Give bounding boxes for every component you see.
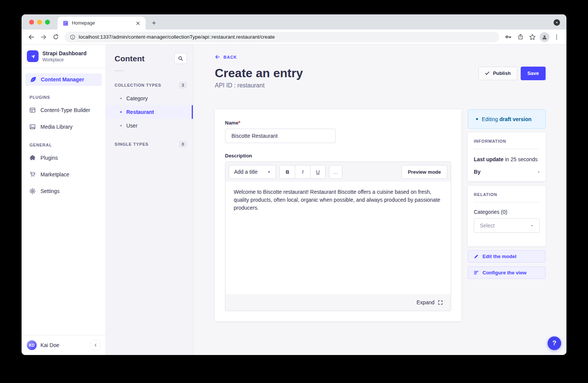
panel-divider [474,202,540,202]
bullet-icon [120,98,122,99]
collection-types-header: COLLECTION TYPES 3 [106,82,193,89]
expand-button[interactable]: Expand [417,299,443,305]
sidebar-item-marketplace[interactable]: Marketplace [22,166,105,183]
categories-select[interactable]: Select [474,218,540,233]
categories-select-placeholder: Select [480,223,495,229]
italic-button[interactable]: I [295,165,310,178]
publish-button[interactable]: Publish [478,67,517,80]
key-icon[interactable] [503,32,514,42]
share-icon[interactable] [515,32,526,42]
relation-title: RELATION [474,192,540,197]
plugins-section-label: PLUGINS [22,95,105,100]
search-button[interactable] [174,53,187,64]
general-section: GENERAL Plugins Marketplace [22,143,105,199]
bookmark-star-icon[interactable] [527,32,538,42]
brand-text: Strapi Dashboard Workplace [42,50,87,62]
sidebar-item-settings[interactable]: Settings [22,183,105,199]
single-types-label: SINGLE TYPES [115,142,149,146]
collection-types-label: COLLECTION TYPES [115,83,161,87]
sidebar-item-label: Settings [40,188,60,194]
bold-button[interactable]: B [280,165,295,178]
sidebar-user-row: KD Kai Doe [22,335,105,355]
single-types-header: SINGLE TYPES 0 [106,141,193,148]
preview-mode-button[interactable]: Preview mode [402,165,447,179]
back-label: BACK [223,55,237,59]
toolbar-right-icons [502,32,563,42]
sidebar-item-plugins[interactable]: Plugins [22,149,105,166]
collection-types-count-badge: 3 [179,82,187,89]
rich-text-editor: Add a title B I U ... Preview mode We [225,162,451,311]
draft-status-banner: Editing draft version [468,109,546,129]
profile-avatar-icon[interactable] [539,32,550,42]
browser-window: Homepage ✕ + ▾ localhost:1337/admin/cont… [22,14,566,355]
info-icon[interactable] [70,34,75,40]
reload-icon[interactable] [50,32,61,42]
entry-form-panel: Name* Description Add a title B I [215,109,461,321]
subnav-item-label: Category [126,95,148,101]
workspace-brand[interactable]: Strapi Dashboard Workplace [22,45,105,68]
close-tab-icon[interactable]: ✕ [134,20,142,26]
edit-icon [30,76,36,83]
close-window-button[interactable] [29,20,34,25]
subnav-item-category[interactable]: Category [106,92,193,105]
subnav-item-restaurant[interactable]: Restaurant [106,105,193,119]
save-button[interactable]: Save [521,67,546,80]
by-row: By - [474,169,540,175]
status-dot-icon [476,118,478,120]
forward-icon[interactable] [38,32,49,42]
browser-profile-icon[interactable]: ▾ [554,19,560,26]
title-style-select[interactable]: Add a title [229,165,276,179]
new-tab-button[interactable]: + [149,18,159,28]
collapse-sidebar-button[interactable] [91,340,100,350]
underline-button[interactable]: U [310,165,325,178]
collection-types-list: Category Restaurant User [106,92,193,132]
more-formats-button[interactable]: ... [329,165,342,179]
description-field-label: Description [225,153,451,159]
url-bar[interactable]: localhost:1337/admin/content-manager/col… [65,32,499,42]
editor-toolbar: Add a title B I U ... Preview mode [225,162,451,182]
subnav-title: Content [115,54,144,63]
bullet-icon [120,125,122,126]
search-icon [178,56,183,61]
last-update-row: Last update in 25 seconds [474,156,540,162]
sidebar-item-label: Marketplace [40,171,69,177]
edit-model-label: Edit the model [483,254,517,259]
workspace-title: Strapi Dashboard [42,50,87,57]
configure-view-label: Configure the view [483,270,526,276]
subnav-item-label: Restaurant [126,109,154,115]
description-textarea[interactable]: Welcome to Biscotte restaurant! Restaura… [225,182,451,294]
content-subnav: Content COLLECTION TYPES 3 Category Rest… [106,45,193,355]
configure-view-button[interactable]: Configure the view [468,266,546,279]
workspace-subtitle: Workplace [42,57,87,62]
help-button[interactable]: ? [548,336,561,350]
builder-icon [29,107,36,113]
maximize-window-button[interactable] [45,20,50,25]
sidebar-item-media-library[interactable]: Media Library [22,118,105,135]
information-panel: INFORMATION Last update in 25 seconds By… [468,132,546,181]
back-arrow-icon [215,54,220,60]
subnav-item-user[interactable]: User [106,119,193,132]
browser-menu-icon[interactable] [551,32,562,42]
back-icon[interactable] [26,32,37,42]
publish-label: Publish [493,70,511,76]
page-title: Create an entry [215,66,303,80]
categories-label: Categories (0) [474,209,540,215]
sidebar-item-content-type-builder[interactable]: Content-Type Builder [22,102,105,118]
required-asterisk: * [238,120,240,126]
editor-footer: Expand [225,294,451,311]
browser-tab[interactable]: Homepage ✕ [57,17,146,30]
sidebar-item-content-manager[interactable]: Content Manager [25,73,102,86]
format-button-group: B I U [279,165,326,179]
edit-model-button[interactable]: Edit the model [468,250,546,263]
plugins-section: PLUGINS Content-Type Builder Media Libra… [22,95,105,135]
information-title: INFORMATION [474,139,540,143]
save-label: Save [527,70,539,76]
back-link[interactable]: BACK [215,54,237,60]
marketplace-icon [29,171,36,177]
entry-aside: Editing draft version INFORMATION Last u… [468,109,546,279]
bullet-icon [120,111,122,113]
minimize-window-button[interactable] [37,20,42,25]
strapi-app: Strapi Dashboard Workplace Content Manag… [22,45,566,355]
url-text: localhost:1337/admin/content-manager/col… [79,34,275,40]
name-input[interactable] [225,129,336,143]
